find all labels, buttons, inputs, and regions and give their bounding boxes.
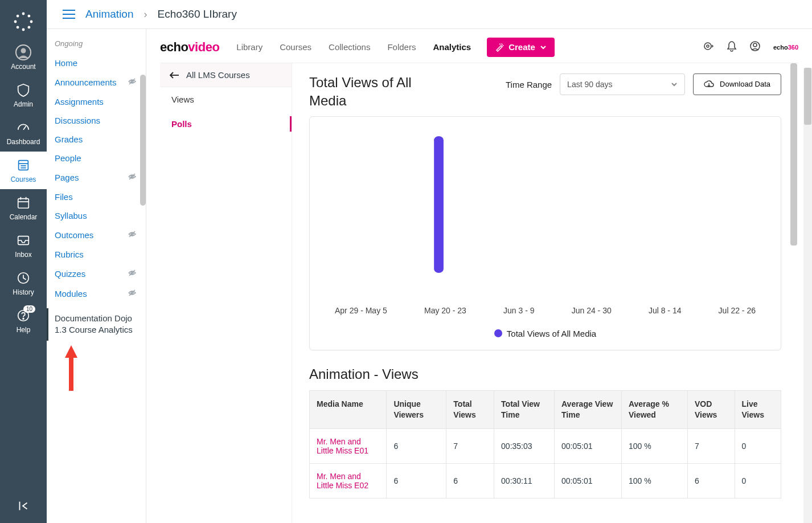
legend-dot-icon (494, 329, 502, 337)
nav-admin-label: Admin (14, 100, 33, 108)
nav-history-label: History (13, 288, 34, 296)
echo-tab-views[interactable]: Views (160, 87, 292, 112)
profile-icon[interactable] (749, 40, 761, 54)
inbox-icon (15, 232, 31, 248)
hidden-eye-icon (128, 230, 137, 240)
sidebar-item-label: Syllabus (55, 211, 87, 220)
table-cell: 7 (687, 428, 735, 463)
echo-nav-library[interactable]: Library (236, 42, 263, 52)
table-cell: 00:30:11 (494, 463, 555, 498)
sidebar-item-label: Home (55, 58, 77, 68)
table-cell: 0 (735, 463, 781, 498)
echo-nav-folders[interactable]: Folders (387, 42, 416, 52)
sidebar-item-discussions[interactable]: Discussions (47, 111, 142, 130)
svg-point-1 (22, 28, 25, 31)
document-scrollbar[interactable] (803, 68, 812, 523)
sidebar-item-home[interactable]: Home (47, 54, 142, 72)
echo-topbar: echovideo LibraryCoursesCollectionsFolde… (160, 31, 798, 63)
nav-account[interactable]: Account (0, 39, 47, 76)
nav-courses[interactable]: Courses (0, 152, 47, 189)
table-cell: 00:05:01 (555, 463, 622, 498)
sidebar-section-label: Ongoing (47, 39, 142, 54)
sidebar-scrollbar[interactable] (140, 75, 146, 206)
arrow-left-icon (169, 71, 179, 79)
media-link[interactable]: Mr. Men and Little Miss E01 (317, 437, 368, 455)
sidebar-item-announcements[interactable]: Announcements (47, 72, 142, 92)
svg-rect-11 (19, 161, 28, 170)
chart-card: Apr 29 - May 5May 20 - 23Jun 3 - 9Jun 24… (309, 116, 781, 350)
sidebar-item-people[interactable]: People (47, 149, 142, 167)
chart-xtick: Jul 22 - 26 (719, 306, 756, 315)
sidebar-item-label: Grades (55, 134, 83, 144)
sidebar-item-rubrics[interactable]: Rubrics (47, 245, 142, 264)
settings-gear-icon[interactable] (703, 40, 714, 54)
echo-nav-collections[interactable]: Collections (329, 42, 370, 52)
breadcrumb-course[interactable]: Animation (85, 8, 134, 21)
table-header: Media Name (310, 390, 387, 428)
nav-admin[interactable]: Admin (0, 76, 47, 114)
hamburger-button[interactable] (63, 10, 75, 19)
nav-account-label: Account (11, 63, 35, 71)
create-button[interactable]: Create (487, 38, 555, 57)
panel-title: Total Views of All Media (309, 73, 434, 111)
table-cell: Mr. Men and Little Miss E01 (310, 428, 387, 463)
media-link[interactable]: Mr. Men and Little Miss E02 (317, 472, 368, 490)
canvas-logo-icon[interactable] (12, 10, 35, 33)
svg-rect-15 (18, 199, 29, 209)
sidebar-item-outcomes[interactable]: Outcomes (47, 225, 142, 245)
nav-calendar[interactable]: Calendar (0, 189, 47, 227)
breadcrumb-separator-icon: › (144, 9, 147, 21)
time-range-value: Last 90 days (567, 80, 612, 89)
nav-courses-label: Courses (11, 175, 36, 183)
nav-dashboard-label: Dashboard (7, 138, 40, 146)
nav-history[interactable]: History (0, 264, 47, 302)
sidebar-item-label: Quizzes (55, 269, 85, 279)
table-header: Total View Time (494, 390, 555, 428)
svg-point-9 (21, 48, 26, 54)
table-header: Live Views (735, 390, 781, 428)
sidebar-item-active[interactable]: Documentation Dojo 1.3 Course Analytics (47, 308, 142, 341)
sidebar-item-grades[interactable]: Grades (47, 130, 142, 149)
time-range-select[interactable]: Last 90 days (560, 73, 685, 95)
user-avatar-icon (15, 44, 31, 60)
sidebar-item-quizzes[interactable]: Quizzes (47, 264, 142, 284)
echovideo-logo[interactable]: echovideo (160, 40, 232, 55)
back-to-courses[interactable]: All LMS Courses (160, 63, 292, 87)
table-cell: 100 % (621, 463, 687, 498)
echo-logo-text1: echo (160, 40, 188, 54)
help-badge: 10 (23, 305, 35, 313)
svg-point-2 (14, 21, 17, 23)
echo-nav-analytics[interactable]: Analytics (433, 42, 471, 52)
sidebar-item-assignments[interactable]: Assignments (47, 92, 142, 111)
sidebar-item-pages[interactable]: Pages (47, 167, 142, 187)
cloud-download-icon (704, 80, 714, 89)
echo-tab-polls[interactable]: Polls (160, 112, 292, 136)
hidden-eye-icon (128, 288, 137, 299)
echo-main-panel: Total Views of All Media Time Range Last… (292, 63, 798, 523)
echo-scrollbar[interactable] (790, 63, 797, 523)
chevron-down-icon (540, 44, 547, 51)
nav-dashboard[interactable]: Dashboard (0, 114, 47, 152)
table-header: VOD Views (687, 390, 735, 428)
sidebar-item-syllabus[interactable]: Syllabus (47, 206, 142, 225)
table-cell: 6 (387, 463, 446, 498)
sidebar-item-modules[interactable]: Modules (47, 284, 142, 304)
hidden-eye-icon (128, 172, 137, 183)
svg-point-6 (17, 26, 19, 29)
global-nav: Account Admin Dashboard Courses Calendar… (0, 0, 47, 523)
svg-rect-40 (434, 136, 444, 273)
notifications-icon[interactable] (727, 40, 737, 54)
download-data-button[interactable]: Download Data (693, 73, 781, 95)
nav-help[interactable]: 10 Help (0, 302, 47, 340)
chart-legend: Total Views of All Media (327, 329, 764, 338)
nav-collapse-button[interactable] (16, 491, 31, 523)
svg-point-4 (17, 15, 19, 18)
svg-point-7 (28, 26, 31, 29)
nav-inbox[interactable]: Inbox (0, 227, 47, 264)
table-header: Average View Time (555, 390, 622, 428)
sidebar-item-files[interactable]: Files (47, 187, 142, 206)
time-range-label: Time Range (506, 80, 552, 89)
svg-point-36 (707, 45, 709, 47)
breadcrumb-page: Echo360 LIbrary (158, 8, 237, 21)
echo-nav-courses[interactable]: Courses (280, 42, 311, 52)
